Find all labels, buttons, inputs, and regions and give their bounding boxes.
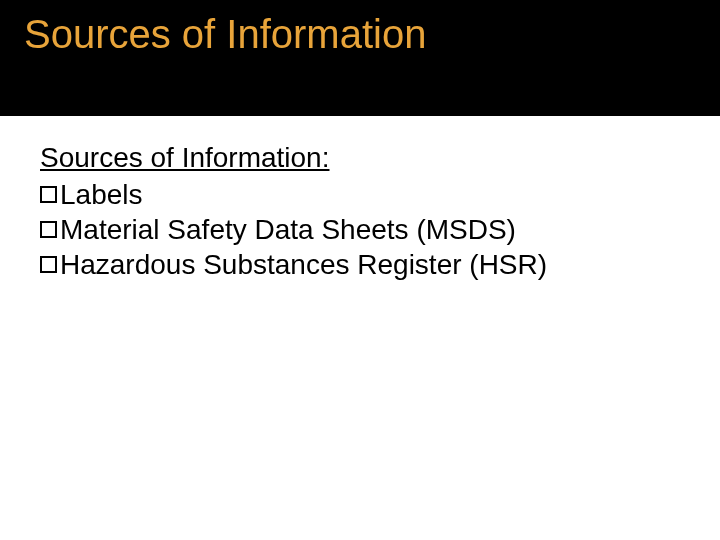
slide-content: Sources of Information: Labels Material …: [0, 116, 720, 282]
list-item: Material Safety Data Sheets (MSDS): [40, 212, 680, 247]
square-bullet-icon: [40, 256, 57, 273]
square-bullet-icon: [40, 221, 57, 238]
list-item-label: Material Safety Data Sheets (MSDS): [60, 212, 516, 247]
slide-title: Sources of Information: [24, 12, 700, 56]
list-item-label: Labels: [60, 177, 143, 212]
sources-list: Labels Material Safety Data Sheets (MSDS…: [40, 177, 680, 282]
slide-title-bar: Sources of Information: [0, 0, 720, 116]
list-item: Labels: [40, 177, 680, 212]
list-item: Hazardous Substances Register (HSR): [40, 247, 680, 282]
list-item-label: Hazardous Substances Register (HSR): [60, 247, 547, 282]
content-subheading: Sources of Information:: [40, 140, 680, 175]
square-bullet-icon: [40, 186, 57, 203]
